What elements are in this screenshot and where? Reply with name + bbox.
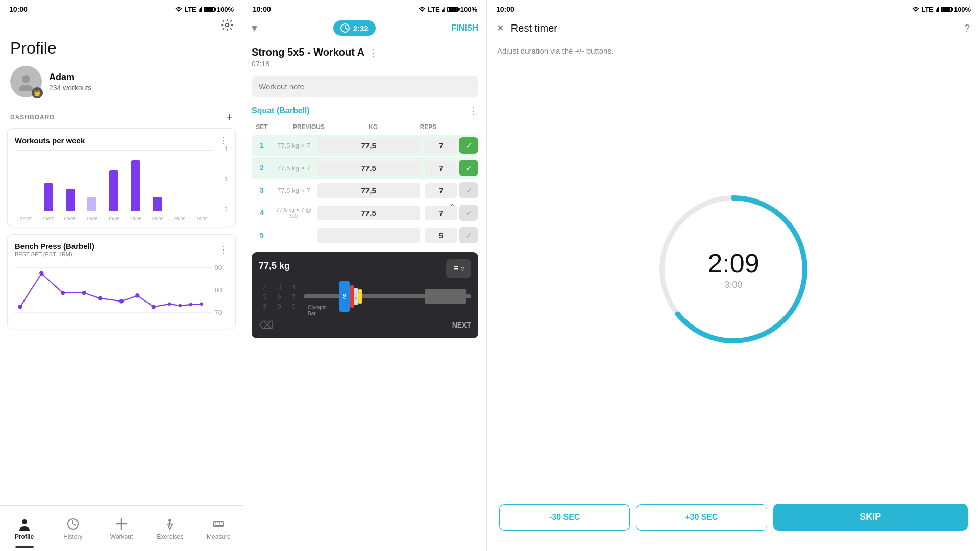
- barbell-visual: 2 3 4 5 6 7 8 9 0 OlympicBar 20 2.5: [259, 278, 471, 315]
- svg-point-20: [152, 305, 156, 309]
- svg-text:70: 70: [215, 308, 222, 316]
- bar-group-3: [82, 197, 102, 211]
- svg-point-25: [22, 519, 27, 524]
- battery-workout: [447, 7, 458, 12]
- set-kg-3[interactable]: [317, 183, 420, 198]
- check-btn-1[interactable]: ✓: [459, 137, 478, 154]
- bars-container: [15, 150, 213, 211]
- nav-item-exercises[interactable]: Exercises: [146, 514, 194, 543]
- barbell-bar-area: OlympicBar 20 2.5: [304, 278, 471, 315]
- timer-header-left: × Rest timer: [497, 21, 557, 35]
- svg-point-5: [226, 23, 229, 27]
- barbell-info-icon: ≡: [453, 263, 459, 274]
- svg-point-14: [39, 271, 43, 276]
- battery-pct: 100%: [217, 6, 234, 13]
- bar-group-4: [104, 170, 124, 211]
- timer-total-time: 3:00: [707, 280, 759, 290]
- check-btn-2[interactable]: ✓: [459, 160, 478, 176]
- bar-chart: 4 3 0 22/07 29/07 05/08 12/08: [15, 150, 228, 221]
- barbell-info-label: ?: [461, 266, 464, 272]
- skip-button[interactable]: SKIP: [773, 504, 968, 531]
- workouts-card-header: Workouts per week ⋮: [15, 136, 228, 145]
- nav-item-measure[interactable]: Measure: [194, 514, 243, 543]
- svg-rect-4: [201, 7, 202, 12]
- num-8: 8: [259, 303, 271, 310]
- set-reps-1[interactable]: [425, 138, 457, 153]
- svg-point-23: [189, 303, 192, 307]
- timer-badge[interactable]: 2:32: [333, 20, 376, 36]
- barbell-next-button[interactable]: NEXT: [452, 321, 471, 329]
- bar-group-2: [60, 189, 80, 211]
- gear-icon[interactable]: [220, 18, 234, 32]
- check-btn-3[interactable]: ✓: [459, 182, 478, 198]
- lte-label: LTE: [184, 6, 197, 13]
- svg-point-22: [179, 304, 182, 308]
- timer-icon: [340, 23, 350, 33]
- barbell-info-button[interactable]: ≡ ?: [446, 259, 471, 278]
- close-timer-button[interactable]: ×: [497, 21, 504, 35]
- x-label-4: 19/08: [108, 216, 120, 221]
- x-label-0: 22/07: [20, 216, 32, 221]
- barbell-back-button[interactable]: ⌫: [259, 319, 273, 331]
- workouts-card-menu[interactable]: ⋮: [219, 136, 228, 145]
- set-reps-3[interactable]: [425, 183, 457, 198]
- set-reps-2[interactable]: [425, 161, 457, 176]
- barbell-nav-row: ⌫ NEXT: [259, 319, 471, 331]
- status-icons-workout: LTE 100%: [419, 6, 477, 13]
- status-bar-profile: 10:00 LTE 100%: [0, 0, 243, 16]
- nav-item-workout[interactable]: Workout: [97, 514, 145, 543]
- set-kg-1[interactable]: [317, 138, 420, 153]
- nav-label-profile: Profile: [15, 533, 34, 540]
- weight-indicator: [425, 289, 466, 304]
- check-btn-4[interactable]: ✓: [459, 205, 478, 221]
- minus-30-button[interactable]: -30 SEC: [499, 504, 630, 531]
- line-chart: 90 80 70: [15, 262, 228, 323]
- lte-timer: LTE: [921, 6, 934, 13]
- set-kg-4[interactable]: [317, 206, 420, 220]
- signal-icon: [199, 7, 202, 12]
- set-reps-4[interactable]: [425, 206, 457, 220]
- collapse-button[interactable]: ▾: [252, 21, 257, 35]
- svg-rect-44: [443, 9, 444, 12]
- status-icons-profile: LTE 100%: [175, 6, 234, 13]
- exercise-menu-button[interactable]: ⋮: [469, 105, 478, 116]
- svg-rect-43: [442, 10, 443, 12]
- set-prev-3: 77,5 kg × 7: [272, 187, 315, 194]
- set-kg-2[interactable]: [317, 161, 420, 176]
- reps-wrapper-3: [423, 183, 456, 198]
- svg-line-36: [170, 526, 172, 529]
- dashboard-header: DASHBOARD +: [0, 108, 243, 128]
- battery-timer: [941, 7, 952, 12]
- nav-item-history[interactable]: History: [48, 514, 97, 543]
- exercise-name[interactable]: Squat (Barbell): [252, 106, 310, 115]
- nav-item-profile[interactable]: Profile: [0, 514, 48, 543]
- check-btn-5[interactable]: ✓: [459, 227, 478, 243]
- set-reps-5[interactable]: [425, 228, 457, 243]
- add-dashboard-button[interactable]: +: [226, 111, 233, 124]
- set-row-4: 4 77,5 kg × 7 @9.0 9 ✓: [252, 202, 478, 223]
- bench-card-subtitle: BEST SET (EST. 1RM): [15, 251, 94, 257]
- workout-menu-button[interactable]: ⋮: [369, 47, 378, 58]
- set-prev-5: —: [272, 232, 315, 239]
- timer-circle-container: 2:09 3:00: [487, 45, 980, 493]
- reps-wrapper-4: 9: [423, 206, 456, 220]
- measure-nav-icon: [211, 517, 226, 531]
- svg-point-18: [119, 299, 124, 304]
- workout-note-input[interactable]: [252, 76, 478, 97]
- finish-button[interactable]: FINISH: [452, 23, 478, 33]
- reps-wrapper-5: [423, 228, 456, 243]
- svg-rect-54: [938, 7, 939, 12]
- bench-card-header: Bench Press (Barbell) BEST SET (EST. 1RM…: [15, 242, 228, 257]
- status-time-timer: 10:00: [496, 5, 514, 13]
- bar-5: [131, 160, 140, 211]
- bench-card-menu[interactable]: ⋮: [219, 245, 228, 254]
- reps-wrapper-1: [423, 138, 456, 153]
- plus-30-button[interactable]: +30 SEC: [636, 504, 767, 531]
- set-kg-5[interactable]: [317, 228, 420, 243]
- x-label-2: 05/08: [64, 216, 76, 221]
- timer-panel: 10:00 LTE 100% × Rest timer ? Adjus: [487, 0, 980, 551]
- help-button[interactable]: ?: [964, 22, 970, 34]
- gear-area: [0, 16, 243, 34]
- battery-pct-workout: 100%: [460, 6, 477, 13]
- wifi-icon-timer: [912, 7, 919, 12]
